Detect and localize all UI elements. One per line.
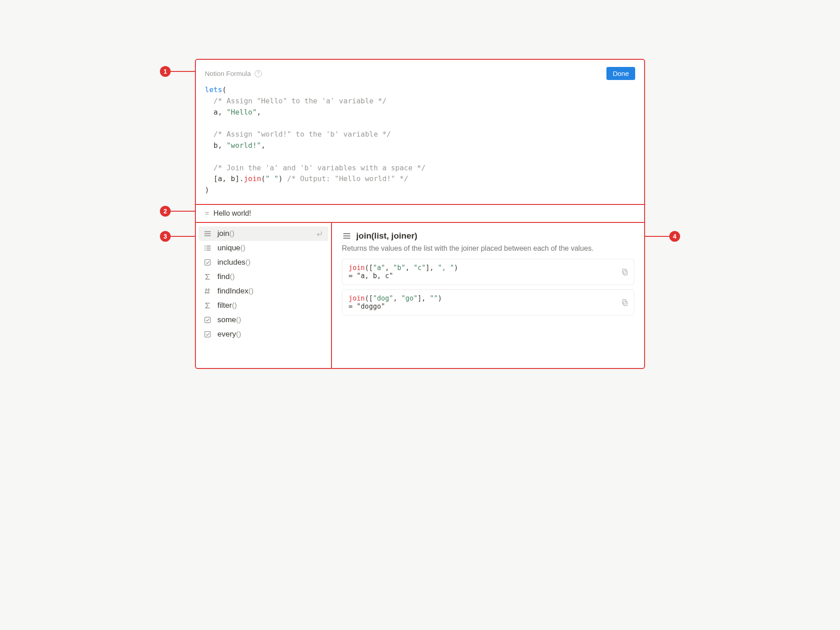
suggestion-item-unique[interactable]: unique()	[199, 241, 328, 255]
callout-3: 3	[160, 231, 195, 242]
suggestion-item-label: filter()	[217, 301, 237, 310]
suggestion-item-name: join	[217, 229, 229, 238]
suggestion-item-paren: ()	[245, 258, 250, 266]
suggestion-item-label: every()	[217, 330, 241, 339]
hash-icon	[203, 287, 212, 296]
callout-badge: 2	[160, 206, 171, 217]
tok-punc: ],	[418, 294, 430, 302]
tok-punc: ]	[235, 174, 239, 183]
suggestion-item-name: find	[217, 272, 230, 281]
suggestion-item-label: find()	[217, 272, 235, 281]
callout-2: 2	[160, 206, 195, 217]
callout-4: 4	[645, 231, 680, 242]
docs-example-result: = "doggo"	[349, 302, 385, 311]
tok-function: join	[349, 264, 365, 272]
tok-ident: b	[231, 174, 235, 183]
suggestion-item-paren: ()	[230, 272, 234, 281]
formula-input-region: Notion Formula ? Done lets( /* Assign "H…	[196, 60, 644, 205]
tok-punc: ,	[405, 264, 413, 272]
tok-string: "b"	[393, 264, 405, 272]
callout-badge: 3	[160, 231, 171, 242]
lines-icon	[342, 231, 352, 241]
tok-comment: /* Output: "Hello world!" */	[287, 174, 408, 183]
copy-icon[interactable]	[620, 267, 629, 276]
tok-function: join	[349, 294, 365, 302]
formula-header: Notion Formula ? Done	[205, 67, 635, 80]
docs-description: Returns the values of the list with the …	[342, 244, 634, 253]
formula-result-region: = Hello world!	[196, 205, 644, 223]
suggestion-item-includes[interactable]: includes()	[199, 255, 328, 270]
tok-punc: ([	[365, 264, 373, 272]
callout-badge: 4	[669, 231, 680, 242]
tok-punc: ,	[261, 141, 265, 150]
tok-function: join	[244, 174, 261, 183]
copy-icon[interactable]	[620, 298, 629, 307]
suggestion-item-label: unique()	[217, 244, 245, 253]
suggestion-item-name: findIndex	[217, 287, 248, 295]
suggestion-item-name: some	[217, 315, 236, 324]
callout-line	[171, 236, 195, 237]
sigma-icon	[203, 301, 212, 310]
suggestion-item-some[interactable]: some()	[199, 313, 328, 327]
done-button[interactable]: Done	[606, 67, 635, 80]
docs-example-result: = "a, b, c"	[349, 272, 393, 280]
tok-ident: b	[213, 141, 218, 150]
tok-punc: ,	[257, 108, 261, 116]
docs-panel: join(list, joiner) Returns the values of…	[332, 223, 644, 368]
tok-string: "dog"	[373, 294, 393, 302]
tok-string: "c"	[414, 264, 426, 272]
formula-title: Notion Formula	[205, 70, 251, 77]
suggestion-item-name: every	[217, 330, 236, 338]
tok-comment: /* Assign "Hello" to the 'a' variable */	[213, 97, 386, 105]
tok-comment: /* Join the 'a' and 'b' variables with a…	[213, 164, 425, 172]
list-icon	[203, 244, 212, 253]
suggestion-item-findindex[interactable]: findIndex()	[199, 284, 328, 298]
check-icon	[203, 330, 212, 339]
tok-string: "go"	[401, 294, 417, 302]
suggestion-item-label: includes()	[217, 258, 251, 267]
sigma-icon	[203, 272, 212, 281]
tok-string: "Hello"	[226, 108, 256, 116]
formula-code[interactable]: lets( /* Assign "Hello" to the 'a' varia…	[205, 84, 635, 196]
help-icon[interactable]: ?	[255, 70, 262, 77]
docs-title: join(list, joiner)	[356, 231, 417, 241]
tok-string: "world!"	[226, 141, 261, 150]
tok-punc: ,	[218, 141, 226, 150]
suggestion-item-label: findIndex()	[217, 287, 253, 296]
docs-example: join(["a", "b", "c"], ", ") = "a, b, c"	[342, 259, 634, 285]
docs-example: join(["dog", "go"], "") = "doggo"	[342, 289, 634, 315]
tok-punc: )	[438, 294, 442, 302]
tok-keyword: lets	[205, 85, 222, 94]
tok-punc: ],	[426, 264, 438, 272]
formula-header-left: Notion Formula ?	[205, 70, 262, 77]
suggestion-item-filter[interactable]: filter()	[199, 298, 328, 313]
suggestion-item-find[interactable]: find()	[199, 270, 328, 284]
suggestion-item-label: some()	[217, 315, 241, 324]
tok-punc: ([	[365, 294, 373, 302]
suggestion-item-every[interactable]: every()	[199, 327, 328, 342]
callout-line	[645, 236, 669, 237]
tok-punc: )	[454, 264, 458, 272]
suggestion-item-paren: ()	[236, 330, 241, 338]
check-icon	[203, 315, 212, 324]
suggestion-item-join[interactable]: join()	[199, 226, 328, 241]
tok-punc: )	[279, 174, 287, 183]
suggestion-item-name: unique	[217, 244, 240, 252]
suggestion-list: join()unique()includes()find()findIndex(…	[196, 223, 332, 368]
tok-punc: ,	[393, 294, 401, 302]
tok-comment: /* Assign "world!" to the 'b' variable *…	[213, 130, 391, 138]
callout-1: 1	[160, 66, 195, 77]
stage: 1 2 3 4 Notion Formula ? Done lets( /* A…	[135, 0, 705, 428]
tok-punc: (	[222, 85, 227, 94]
tok-string: ""	[430, 294, 438, 302]
suggestion-item-paren: ()	[232, 301, 237, 310]
tok-punc: ,	[385, 264, 393, 272]
tok-punc: [	[213, 174, 218, 183]
suggestion-item-paren: ()	[248, 287, 253, 295]
callout-line	[171, 211, 195, 212]
tok-ident: a	[213, 108, 218, 116]
callout-line	[171, 71, 195, 72]
tok-punc: ,	[218, 108, 226, 116]
suggestion-item-label: join()	[217, 229, 234, 238]
tok-string: "a"	[373, 264, 385, 272]
